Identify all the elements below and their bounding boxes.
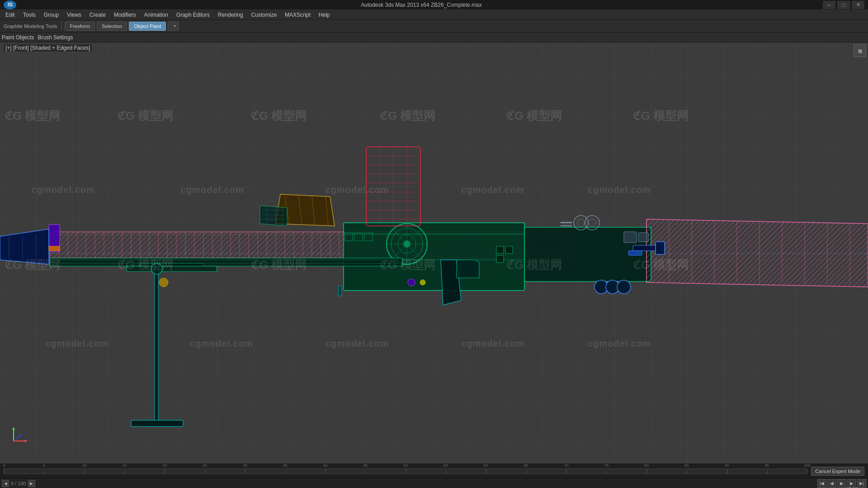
tick-label-15: 15 (122, 463, 127, 468)
tick-75 (606, 471, 607, 474)
timeline-next-btn[interactable]: ▶ (28, 480, 35, 487)
viewport-icon-1[interactable]: ▦ (854, 44, 866, 57)
clock: 17:28 2018/5/16 (836, 486, 858, 488)
tick-label-25: 25 (203, 463, 207, 468)
tick-95 (767, 471, 768, 474)
gun-model-svg (0, 42, 868, 464)
freeform-btn[interactable]: Freeform (65, 22, 95, 31)
tick-label-70: 70 (564, 463, 568, 468)
tick-label-80: 80 (644, 463, 649, 468)
svg-rect-105 (496, 246, 504, 253)
svg-rect-82 (140, 263, 203, 266)
toolbar: Graphite Modeling Tools Freeform Selecti… (0, 20, 868, 33)
svg-marker-119 (12, 427, 15, 430)
viewport-label: [+] [Front] [Shaded + Edged Faces] (4, 44, 92, 52)
minimize-button[interactable]: ─ (823, 1, 835, 9)
brush-settings-btn[interactable]: Brush Settings (38, 34, 73, 41)
menu-item-maxscript[interactable]: MAXScript (281, 11, 314, 19)
menu-item-animation[interactable]: Animation (141, 11, 172, 19)
menu-item-views[interactable]: Views (63, 11, 85, 19)
paint-objects-btn[interactable]: Paint Objects (2, 34, 34, 41)
tick-label-45: 45 (363, 463, 368, 468)
tick-label-60: 60 (484, 463, 488, 468)
tick-20 (165, 469, 165, 474)
close-button[interactable]: ✕ (852, 1, 864, 9)
tick-label-40: 40 (323, 463, 328, 468)
menu-item-help[interactable]: Help (315, 11, 334, 19)
menu-item-tools[interactable]: Tools (19, 11, 39, 19)
selection-btn[interactable]: Selection (97, 22, 127, 31)
svg-rect-48 (50, 258, 402, 266)
tick-label-0: 0 (3, 463, 5, 468)
secondary-toolbar: Paint Objects Brush Settings (0, 33, 868, 42)
tick-65 (526, 471, 527, 474)
scrubber-track[interactable]: 0510152025303540455055606570758085909510… (4, 469, 807, 474)
svg-point-109 (577, 219, 585, 226)
svg-rect-86 (155, 266, 158, 424)
menu-item-create[interactable]: Create (86, 11, 109, 19)
tick-80 (646, 469, 647, 474)
window-controls: ─ □ ✕ (823, 1, 864, 9)
tick-90 (727, 469, 727, 474)
svg-point-93 (617, 280, 631, 294)
cancel-expert-button[interactable]: Cancel Expert Mode (811, 467, 864, 476)
tick-label-10: 10 (82, 463, 87, 468)
scrubber-bar[interactable]: 0510152025303540455055606570758085909510… (0, 464, 868, 478)
tick-label-35: 35 (283, 463, 288, 468)
svg-rect-106 (496, 255, 504, 263)
svg-rect-81 (127, 266, 217, 272)
svg-point-95 (420, 280, 425, 285)
timeline-prev-btn[interactable]: ◀ (2, 480, 9, 487)
tick-40 (326, 469, 326, 474)
tick-50 (406, 469, 406, 474)
tick-10 (85, 469, 85, 474)
tick-label-50: 50 (403, 463, 408, 468)
menu-item-rendering[interactable]: Rendering (214, 11, 246, 19)
svg-marker-117 (25, 440, 27, 442)
menu-item-group[interactable]: Group (40, 11, 62, 19)
tick-label-55: 55 (443, 463, 448, 468)
tick-85 (687, 471, 687, 474)
tick-25 (205, 471, 205, 474)
svg-rect-87 (131, 420, 183, 427)
menu-item-edit[interactable]: Edit (2, 11, 19, 19)
menu-item-graph-editors[interactable]: Graph Editors (173, 11, 213, 19)
svg-point-94 (408, 279, 415, 286)
maximize-button[interactable]: □ (837, 1, 850, 9)
coordinate-axes (9, 423, 32, 446)
toolbar-separator-1 (61, 22, 62, 31)
menu-item-modifiers[interactable]: Modifiers (110, 11, 140, 19)
tick-15 (124, 471, 125, 474)
viewport-icons: ▦ (854, 44, 866, 57)
graphite-tools-label: Graphite Modeling Tools (2, 23, 59, 29)
tick-label-95: 95 (764, 463, 769, 468)
svg-rect-96 (338, 286, 342, 296)
title-bar: 3S Autodesk 3ds Max 2013 x64 ZB26_Comple… (0, 0, 868, 10)
svg-point-89 (159, 278, 168, 287)
svg-rect-114 (624, 232, 637, 243)
tick-label-85: 85 (684, 463, 689, 468)
timeline: ◀ 0 / 100 ▶ |◀ ◀ ▶ ▶ ▶| (0, 478, 868, 488)
menu-item-customize[interactable]: Customize (247, 11, 280, 19)
tick-label-65: 65 (524, 463, 528, 468)
object-paint-btn[interactable]: Object Paint (129, 22, 166, 31)
tick-label-75: 75 (604, 463, 609, 468)
timeline-frame-info: 0 / 100 (11, 481, 26, 486)
svg-rect-90 (628, 251, 642, 255)
tick-55 (446, 471, 446, 474)
tick-5 (44, 471, 45, 474)
tick-100 (807, 469, 807, 474)
tick-label-100: 100 (804, 463, 811, 468)
svg-rect-107 (505, 246, 513, 253)
tick-35 (285, 471, 286, 474)
tick-label-30: 30 (243, 463, 247, 468)
svg-rect-112 (561, 222, 572, 223)
tick-30 (245, 469, 245, 474)
main-viewport[interactable]: [+] [Front] [Shaded + Edged Faces] (0, 42, 868, 464)
taskbar-right: ∧ 🌐 🔊 ENG 17:28 2018/5/16 (800, 486, 864, 488)
paint-dropdown[interactable] (168, 22, 179, 31)
svg-point-111 (589, 219, 596, 226)
svg-rect-113 (561, 225, 572, 226)
menu-bar: EditToolsGroupViewsCreateModifiersAnimat… (0, 10, 868, 20)
tick-60 (486, 469, 486, 474)
